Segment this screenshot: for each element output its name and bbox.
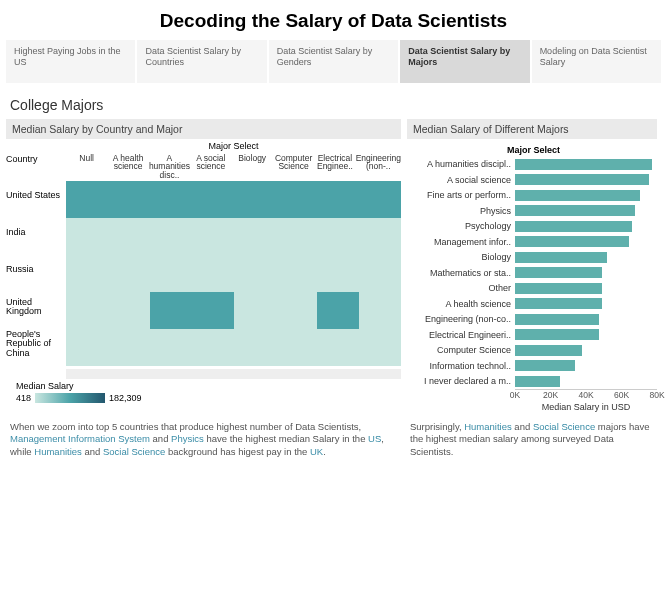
heatmap-cell[interactable] (359, 292, 401, 329)
heatmap-cell[interactable] (150, 181, 192, 218)
heatmap-cell[interactable] (66, 181, 108, 218)
bar-row[interactable]: A health science (407, 296, 657, 312)
bar-fill (515, 329, 599, 340)
heatmap-row[interactable] (66, 181, 401, 218)
heatmap-row[interactable] (66, 218, 401, 255)
bar-row[interactable]: Management infor.. (407, 234, 657, 250)
heatmap-cell[interactable] (192, 329, 234, 366)
bar-row[interactable]: I never declared a m.. (407, 374, 657, 390)
bar-fill (515, 376, 560, 387)
link-physics[interactable]: Physics (171, 433, 204, 444)
bar-row[interactable]: Other (407, 281, 657, 297)
tab-salary-countries[interactable]: Data Scientist Salary by Countries (137, 40, 266, 83)
link-humanities-2[interactable]: Humanities (464, 421, 512, 432)
bar-row[interactable]: A social science (407, 172, 657, 188)
heatmap-cell[interactable] (192, 292, 234, 329)
heatmap-cell[interactable] (66, 255, 108, 292)
heatmap-cell[interactable] (359, 255, 401, 292)
heatmap-cell[interactable] (317, 255, 359, 292)
bar-label: I never declared a m.. (407, 376, 515, 386)
bar-row[interactable]: A humanities discipl.. (407, 157, 657, 173)
heatmap-cell[interactable] (150, 292, 192, 329)
bar-label: A social science (407, 175, 515, 185)
bar-label: Electrical Engineeri.. (407, 330, 515, 340)
link-mis[interactable]: Management Information System (10, 433, 150, 444)
link-social-science-2[interactable]: Social Science (533, 421, 595, 432)
heatmap-cell[interactable] (108, 329, 150, 366)
country-label: United Kingdom (6, 289, 64, 326)
heatmap-panel: Median Salary by Country and Major Major… (6, 119, 401, 403)
heatmap-cell[interactable] (275, 329, 317, 366)
heatmap-row[interactable] (66, 292, 401, 329)
link-humanities[interactable]: Humanities (34, 446, 82, 457)
major-col-header: Biology (232, 154, 273, 181)
heatmap-cell[interactable] (192, 218, 234, 255)
bar-fill (515, 221, 632, 232)
heatmap-cell[interactable] (359, 181, 401, 218)
heatmap-cell[interactable] (108, 218, 150, 255)
bar-row[interactable]: Psychology (407, 219, 657, 235)
heatmap-title: Median Salary by Country and Major (6, 119, 401, 139)
heatmap-cell[interactable] (317, 292, 359, 329)
heatmap-cell[interactable] (192, 181, 234, 218)
country-header: Country (6, 154, 64, 178)
link-us[interactable]: US (368, 433, 381, 444)
bar-row[interactable]: Computer Science (407, 343, 657, 359)
bar-row[interactable]: Biology (407, 250, 657, 266)
heatmap-cell[interactable] (66, 329, 108, 366)
bar-label: Management infor.. (407, 237, 515, 247)
major-col-header: Electrical Enginee.. (314, 154, 355, 181)
heatmap-cell[interactable] (234, 255, 276, 292)
page-title: Decoding the Salary of Data Scientists (0, 0, 667, 40)
heatmap-cell[interactable] (359, 218, 401, 255)
heatmap-cell[interactable] (234, 329, 276, 366)
bar-row[interactable]: Physics (407, 203, 657, 219)
country-label: United States (6, 178, 64, 215)
heatmap-cell[interactable] (150, 218, 192, 255)
heatmap-cell[interactable] (150, 329, 192, 366)
tab-salary-majors[interactable]: Data Scientist Salary by Majors (400, 40, 529, 83)
heatmap-cell[interactable] (108, 181, 150, 218)
heatmap-cell[interactable] (275, 292, 317, 329)
tab-highest-paying[interactable]: Highest Paying Jobs in the US (6, 40, 135, 83)
bar-row[interactable]: Electrical Engineeri.. (407, 327, 657, 343)
heatmap-cell[interactable] (275, 181, 317, 218)
heatmap-cell[interactable] (234, 218, 276, 255)
bar-fill (515, 159, 652, 170)
bar-label: Physics (407, 206, 515, 216)
heatmap-cell[interactable] (192, 255, 234, 292)
major-col-header: Engineering (non-.. (356, 154, 401, 181)
heatmap-cell[interactable] (359, 329, 401, 366)
bar-row[interactable]: Fine arts or perform.. (407, 188, 657, 204)
axis-tick: 60K (614, 390, 629, 400)
heatmap-cell[interactable] (317, 329, 359, 366)
heatmap-row[interactable] (66, 255, 401, 292)
heatmap-cell[interactable] (317, 181, 359, 218)
bar-label: Engineering (non-co.. (407, 314, 515, 324)
heatmap-cell[interactable] (234, 292, 276, 329)
heatmap-cell[interactable] (275, 218, 317, 255)
heatmap-cell[interactable] (275, 255, 317, 292)
heatmap-row[interactable] (66, 329, 401, 366)
barchart-panel: Median Salary of Different Majors Major … (407, 119, 657, 403)
heatmap-cell[interactable] (150, 255, 192, 292)
link-social-science[interactable]: Social Science (103, 446, 165, 457)
footer-text-right: Surprisingly, Humanities and Social Scie… (410, 421, 650, 459)
heatmap-cell[interactable] (108, 255, 150, 292)
bar-row[interactable]: Mathematics or sta.. (407, 265, 657, 281)
major-col-header: Computer Science (273, 154, 314, 181)
heatmap-cell[interactable] (108, 292, 150, 329)
bar-row[interactable]: Information technol.. (407, 358, 657, 374)
heatmap-cell[interactable] (317, 218, 359, 255)
bar-fill (515, 360, 575, 371)
heatmap-cell[interactable] (66, 292, 108, 329)
heatmap-cell[interactable] (234, 181, 276, 218)
tab-salary-genders[interactable]: Data Scientist Salary by Genders (269, 40, 398, 83)
tab-modeling[interactable]: Modeling on Data Scientist Salary (532, 40, 661, 83)
heatmap-scrollbar[interactable] (66, 369, 401, 379)
heatmap-cell[interactable] (66, 218, 108, 255)
link-uk[interactable]: UK (310, 446, 323, 457)
bar-fill (515, 345, 582, 356)
bar-row[interactable]: Engineering (non-co.. (407, 312, 657, 328)
bar-fill (515, 252, 607, 263)
